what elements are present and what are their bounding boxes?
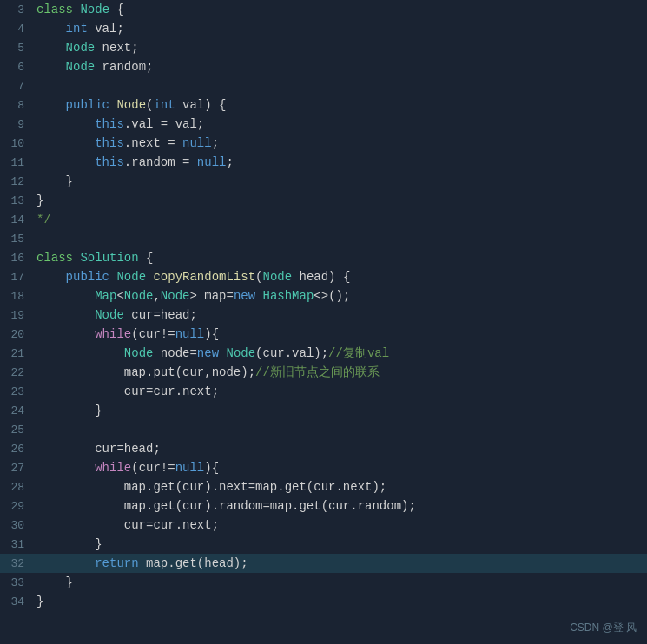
code-editor: 3class Node {4 int val;5 Node next;6 Nod… [0, 0, 647, 644]
line-number: 25 [0, 424, 33, 437]
code-line: 34} [0, 592, 647, 611]
line-content [33, 423, 647, 437]
line-number: 13 [0, 194, 33, 207]
line-content: this.val = val; [33, 117, 647, 131]
line-number: 4 [0, 23, 33, 36]
code-line: 26 cur=head; [0, 439, 647, 458]
line-number: 22 [0, 366, 33, 379]
line-content: return map.get(head); [33, 556, 647, 570]
line-number: 32 [0, 557, 33, 570]
line-number: 24 [0, 404, 33, 417]
line-content: this.next = null; [33, 136, 647, 150]
line-content: Node next; [33, 41, 647, 55]
line-content: while(cur!=null){ [33, 327, 647, 341]
code-line: 31 } [0, 535, 647, 554]
line-content [33, 79, 647, 93]
line-content: } [33, 194, 647, 207]
code-line: 14*/ [0, 210, 647, 229]
line-number: 12 [0, 175, 33, 188]
line-content: this.random = null; [33, 155, 647, 169]
line-number: 9 [0, 118, 33, 131]
line-number: 23 [0, 385, 33, 398]
watermark: CSDN @登 风 [570, 621, 637, 635]
line-number: 19 [0, 309, 33, 322]
line-content: while(cur!=null){ [33, 461, 647, 475]
code-line: 5 Node next; [0, 38, 647, 57]
line-number: 7 [0, 80, 33, 93]
line-content: class Node { [33, 3, 647, 16]
line-number: 27 [0, 462, 33, 475]
line-number: 16 [0, 252, 33, 265]
code-line: 10 this.next = null; [0, 134, 647, 153]
code-line: 28 map.get(cur).next=map.get(cur.next); [0, 477, 647, 496]
code-line: 33 } [0, 573, 647, 592]
code-line: 6 Node random; [0, 57, 647, 76]
line-number: 8 [0, 99, 33, 112]
code-line: 11 this.random = null; [0, 153, 647, 172]
line-number: 18 [0, 290, 33, 303]
line-content: } [33, 404, 647, 417]
code-line: 3class Node { [0, 0, 647, 19]
line-content: cur=cur.next; [33, 518, 647, 532]
code-line: 12 } [0, 172, 647, 191]
code-line: 21 Node node=new Node(cur.val);//复制val [0, 344, 647, 363]
code-line: 25 [0, 420, 647, 439]
line-content: Node cur=head; [33, 308, 647, 322]
line-number: 14 [0, 214, 33, 227]
line-content: */ [33, 213, 647, 227]
line-number: 30 [0, 519, 33, 532]
line-number: 10 [0, 137, 33, 150]
line-number: 11 [0, 156, 33, 169]
line-content: public Node(int val) { [33, 98, 647, 112]
code-line: 15 [0, 229, 647, 248]
code-line: 24 } [0, 401, 647, 420]
code-line: 17 public Node copyRandomList(Node head)… [0, 267, 647, 286]
line-content: class Solution { [33, 251, 647, 265]
line-content: map.get(cur).next=map.get(cur.next); [33, 480, 647, 494]
line-content: Node node=new Node(cur.val);//复制val [33, 345, 647, 361]
line-content: public Node copyRandomList(Node head) { [33, 270, 647, 284]
code-line: 18 Map<Node,Node> map=new HashMap<>(); [0, 286, 647, 306]
code-line: 23 cur=cur.next; [0, 382, 647, 401]
line-number: 17 [0, 271, 33, 284]
line-number: 28 [0, 481, 33, 494]
line-content: cur=cur.next; [33, 384, 647, 398]
code-line: 7 [0, 76, 647, 95]
line-number: 26 [0, 443, 33, 456]
line-content: map.put(cur,node);//新旧节点之间的联系 [33, 365, 647, 380]
line-content: } [33, 174, 647, 188]
line-content [33, 232, 647, 246]
line-content: map.get(cur).random=map.get(cur.random); [33, 499, 647, 513]
code-line: 4 int val; [0, 19, 647, 38]
line-number: 29 [0, 500, 33, 513]
code-line: 19 Node cur=head; [0, 306, 647, 325]
line-number: 31 [0, 538, 33, 551]
code-line: 29 map.get(cur).random=map.get(cur.rando… [0, 496, 647, 516]
line-number: 15 [0, 233, 33, 246]
line-number: 5 [0, 42, 33, 55]
code-line: 32 return map.get(head); [0, 554, 647, 573]
code-line: 27 while(cur!=null){ [0, 458, 647, 477]
line-number: 3 [0, 3, 33, 16]
line-content: Map<Node,Node> map=new HashMap<>(); [33, 289, 647, 303]
code-line: 30 cur=cur.next; [0, 516, 647, 535]
line-content: int val; [33, 22, 647, 36]
line-number: 34 [0, 595, 33, 608]
code-line: 16class Solution { [0, 248, 647, 267]
line-content: Node random; [33, 60, 647, 74]
line-content: } [33, 537, 647, 551]
code-line: 20 while(cur!=null){ [0, 325, 647, 344]
line-number: 21 [0, 347, 33, 360]
line-content: } [33, 575, 647, 589]
line-number: 33 [0, 576, 33, 589]
line-content: cur=head; [33, 442, 647, 456]
code-line: 8 public Node(int val) { [0, 95, 647, 115]
code-line: 22 map.put(cur,node);//新旧节点之间的联系 [0, 363, 647, 382]
line-number: 6 [0, 61, 33, 74]
code-line: 9 this.val = val; [0, 115, 647, 134]
line-number: 20 [0, 328, 33, 341]
code-line: 13} [0, 191, 647, 210]
line-content: } [33, 595, 647, 608]
